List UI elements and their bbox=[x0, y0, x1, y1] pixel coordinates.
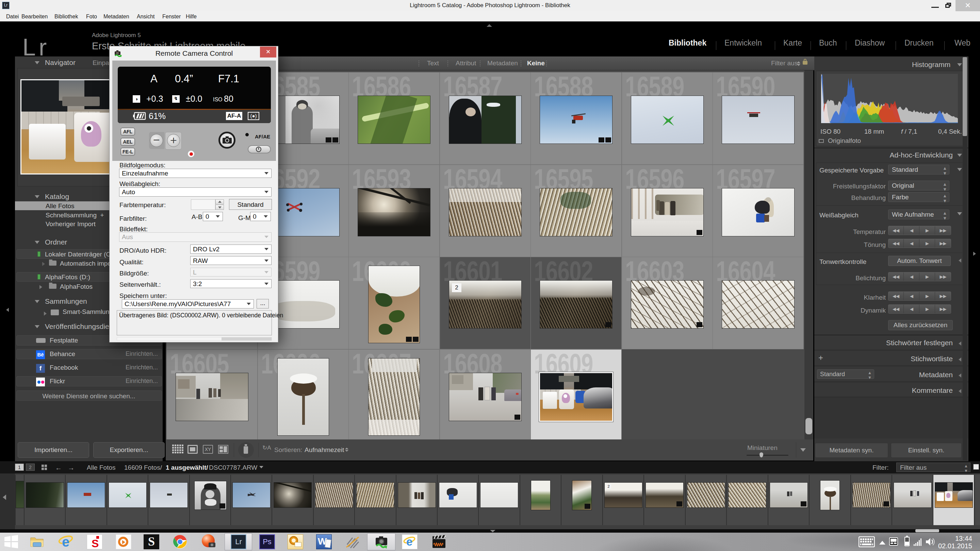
svg-text:e: e bbox=[406, 535, 412, 548]
svg-text:e: e bbox=[62, 534, 69, 549]
